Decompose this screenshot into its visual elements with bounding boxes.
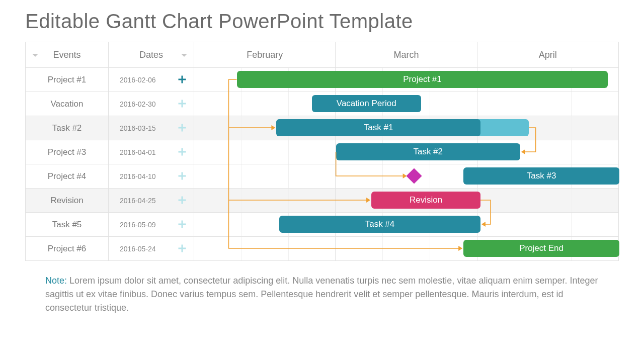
date-cell: 2016-04-01 — [109, 140, 194, 164]
header-month-apr: April — [477, 42, 618, 67]
page-title: Editable Gantt Chart PowerPoint Template — [25, 10, 619, 33]
chevron-down-icon — [31, 51, 40, 60]
event-cell: Project #6 — [26, 237, 109, 260]
svg-rect-11 — [179, 200, 186, 201]
date-text: 2016-05-09 — [120, 221, 156, 229]
gantt-bar[interactable]: Task #1 — [276, 119, 480, 136]
chevron-down-icon — [180, 51, 189, 60]
date-text: 2016-05-24 — [120, 245, 156, 253]
gantt-bar[interactable]: Project #1 — [237, 71, 608, 88]
gantt-bar[interactable]: Task #4 — [279, 216, 480, 233]
note-text: Lorem ipsum dolor sit amet, consectetur … — [45, 276, 598, 313]
svg-rect-1 — [179, 79, 186, 80]
date-cell: 2016-03-15 — [109, 116, 194, 140]
gantt-bar[interactable]: Revision — [371, 192, 480, 209]
event-cell: Task #5 — [26, 213, 109, 236]
gantt-body: Project #12016-02-06Vacation2016-02-30Ta… — [26, 67, 618, 260]
event-cell: Project #1 — [26, 68, 109, 92]
event-cell: Vacation — [26, 92, 109, 116]
date-cell: 2016-04-25 — [109, 189, 194, 212]
note-label: Note: — [45, 276, 69, 286]
bars-layer: Project #1Vacation PeriodTask #1Task #2T… — [194, 67, 619, 260]
gantt-bar[interactable]: Project End — [463, 240, 619, 257]
header-month-mar: March — [336, 42, 477, 67]
plus-icon[interactable] — [178, 220, 187, 229]
date-cell: 2016-05-24 — [109, 237, 194, 260]
date-cell: 2016-02-30 — [109, 92, 194, 116]
gantt-bar[interactable]: Task #3 — [463, 167, 619, 185]
event-cell: Task #2 — [26, 116, 109, 140]
gantt-chart: Events Dates February March April Projec… — [25, 42, 619, 261]
header-dates[interactable]: Dates — [109, 42, 194, 67]
header-month-feb: February — [194, 42, 336, 67]
date-text: 2016-02-30 — [120, 100, 156, 108]
plus-icon[interactable] — [178, 123, 187, 132]
gantt-header: Events Dates February March April — [26, 42, 618, 67]
plus-icon[interactable] — [178, 171, 187, 180]
plus-icon[interactable] — [178, 147, 187, 156]
svg-rect-15 — [179, 248, 186, 249]
svg-rect-3 — [179, 103, 186, 105]
milestone-diamond[interactable] — [406, 168, 422, 184]
date-text: 2016-03-15 — [120, 124, 156, 132]
date-cell: 2016-02-06 — [109, 68, 194, 92]
svg-rect-5 — [179, 127, 186, 129]
svg-rect-7 — [179, 151, 186, 153]
plus-icon[interactable] — [178, 196, 187, 205]
date-text: 2016-04-25 — [120, 197, 156, 205]
event-cell: Project #4 — [26, 164, 109, 188]
date-cell: 2016-04-10 — [109, 164, 194, 188]
date-text: 2016-04-01 — [120, 148, 156, 156]
date-text: 2016-04-10 — [120, 172, 156, 180]
plus-icon[interactable] — [178, 75, 187, 84]
header-events-label: Events — [53, 50, 80, 60]
gantt-bar[interactable]: Vacation Period — [312, 95, 421, 112]
event-cell: Project #3 — [26, 140, 109, 164]
date-cell: 2016-05-09 — [109, 213, 194, 236]
plus-icon[interactable] — [178, 99, 187, 108]
gantt-bar[interactable]: Task #2 — [336, 143, 520, 160]
svg-rect-9 — [179, 175, 186, 177]
svg-rect-13 — [179, 224, 186, 225]
note-block: Note: Lorem ipsum dolor sit amet, consec… — [45, 274, 599, 315]
event-cell: Revision — [26, 189, 109, 212]
header-events[interactable]: Events — [26, 42, 109, 67]
plus-icon[interactable] — [178, 244, 187, 253]
date-text: 2016-02-06 — [120, 76, 156, 84]
header-dates-label: Dates — [139, 50, 163, 60]
